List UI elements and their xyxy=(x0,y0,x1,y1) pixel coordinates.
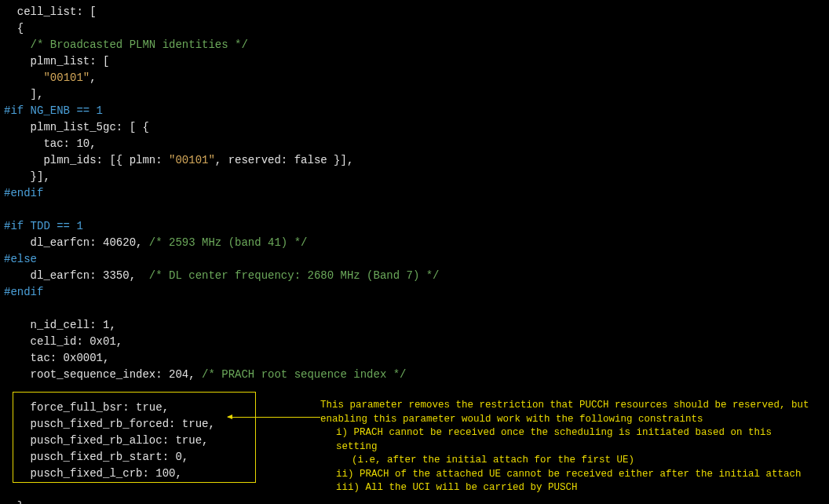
code-comment: /* DL center frequency: 2680 MHz (Band 7… xyxy=(149,269,440,282)
code-string: "00101" xyxy=(43,71,89,84)
code-line: { xyxy=(4,22,24,35)
code-line: force_full_bsr: true, xyxy=(4,401,169,414)
annotation-line: (i.e, after the initial attach for the f… xyxy=(320,454,815,468)
preprocessor-directive: #if TDD == 1 xyxy=(4,220,83,232)
code-line: pusch_fixed_rb_start: 0, xyxy=(4,451,188,463)
annotation-text: This parameter removes the restriction t… xyxy=(320,399,815,495)
code-text: , xyxy=(89,71,96,84)
code-line: }, xyxy=(4,500,31,504)
code-string: "00101" xyxy=(169,154,215,166)
annotation-line: enabling this parameter would work with … xyxy=(320,413,815,427)
code-line: plmn_list: [ xyxy=(4,55,109,68)
code-line: ], xyxy=(4,88,43,100)
code-indent xyxy=(4,71,43,84)
annotation-line: This parameter removes the restriction t… xyxy=(320,399,815,413)
code-comment: /* PRACH root sequence index */ xyxy=(202,368,406,381)
annotation-line: ii) PRACH of the attached UE cannot be r… xyxy=(320,468,815,482)
preprocessor-directive: #endif xyxy=(4,286,43,298)
code-line: cell_list: [ xyxy=(4,5,97,18)
code-line: tac: 0x0001, xyxy=(4,352,109,364)
code-indent xyxy=(4,38,31,51)
code-line: cell_id: 0x01, xyxy=(4,335,122,348)
annotation-line: iii) All the UCI will be carried by PUSC… xyxy=(320,481,815,495)
code-text: dl_earfcn: 40620, xyxy=(4,236,149,249)
code-comment: /* 2593 MHz (band 41) */ xyxy=(149,236,308,249)
code-line: pusch_fixed_l_crb: 100, xyxy=(4,467,182,480)
code-line: pusch_fixed_rb_alloc: true, xyxy=(4,434,208,447)
code-text: plmn_ids: [{ plmn: xyxy=(4,154,169,166)
code-text: root_sequence_index: 204, xyxy=(4,368,202,381)
code-line: tac: 10, xyxy=(4,137,97,150)
preprocessor-directive: #else xyxy=(4,253,37,265)
code-comment: /* Broadcasted PLMN identities */ xyxy=(31,38,248,51)
code-line: }], xyxy=(4,170,50,183)
code-line: pusch_fixed_rb_forced: true, xyxy=(4,418,215,430)
code-line: n_id_cell: 1, xyxy=(4,319,116,331)
preprocessor-directive: #if NG_ENB == 1 xyxy=(4,104,103,117)
annotation-line: i) PRACH cannot be received once the sch… xyxy=(320,426,815,454)
preprocessor-directive: #endif xyxy=(4,187,43,199)
code-text: dl_earfcn: 3350, xyxy=(4,269,149,282)
code-line: plmn_list_5gc: [ { xyxy=(4,121,149,133)
code-text: , reserved: false }], xyxy=(215,154,353,166)
annotation-arrow xyxy=(228,417,320,418)
